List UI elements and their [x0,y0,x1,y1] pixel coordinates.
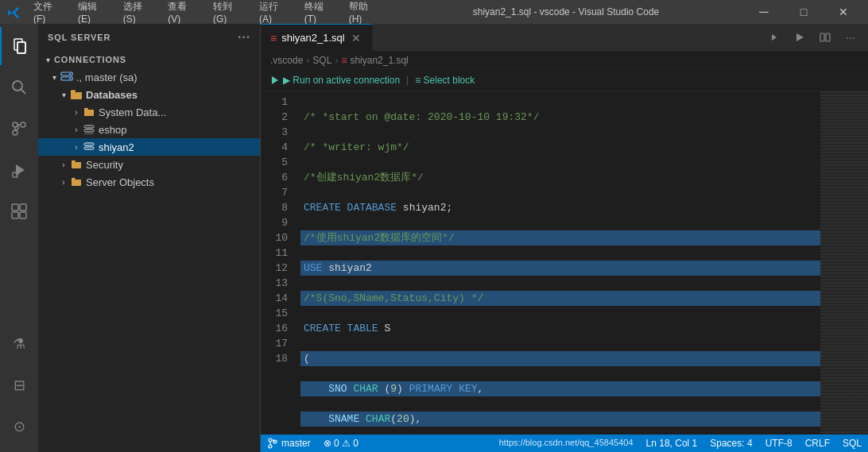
menu-goto[interactable]: 转到(G) [207,0,251,26]
sidebar-header: SQL SERVER ··· [38,24,260,51]
code-content[interactable]: /* *start on @date: 2020-10-10 19:32*/ /… [294,91,820,435]
activity-source-control[interactable] [0,110,38,148]
menu-bar: 文件(F) 编辑(E) 选择(S) 查看(V) 转到(G) 运行(A) 终端(T… [27,0,386,26]
activity-panel[interactable]: ⊟ [0,366,38,404]
activity-bar-bottom: ⚗ ⊟ ⊙ [0,325,38,452]
shiyan2-label: shiyan2 [99,141,134,153]
status-url: https://blog.csdn.net/qq_45845404 [499,438,634,449]
sidebar-more-button[interactable]: ··· [238,30,250,44]
shiyan2-arrow [70,141,83,153]
activity-test[interactable]: ⚗ [0,325,38,363]
activity-search[interactable] [0,68,38,106]
code-line-6: USE shiyan2 [300,261,820,276]
svg-point-6 [13,130,17,135]
tab-close-button[interactable]: ✕ [350,32,362,44]
activity-explorer[interactable] [0,27,38,65]
window-controls: ─ □ ✕ [746,0,862,24]
sidebar-item-connections[interactable]: CONNECTIONS [38,51,260,68]
vscode-icon [6,4,21,21]
breadcrumb-sep2: › [335,55,338,66]
svg-rect-22 [84,147,94,149]
activity-extensions[interactable] [0,192,38,230]
code-line-9: ( [300,351,820,366]
svg-marker-24 [796,33,804,41]
svg-point-5 [13,122,17,127]
svg-point-29 [269,445,272,448]
menu-view[interactable]: 查看(V) [161,0,205,26]
svg-rect-21 [84,143,94,145]
select-block-button[interactable]: ≡ Select block [415,75,475,86]
code-line-2: /* *writer: wjm*/ [300,140,820,155]
split-editor-button[interactable] [763,26,785,48]
sidebar-item-server[interactable]: ., master (sa) [38,68,260,86]
menu-select[interactable]: 选择(S) [117,0,161,26]
status-encoding: UTF-8 [765,438,792,449]
minimize-button[interactable]: ─ [746,0,782,24]
breadcrumb-part1[interactable]: .vscode [270,55,303,66]
svg-rect-25 [820,33,824,41]
eshop-label: eshop [99,124,126,136]
maximize-button[interactable]: □ [785,0,822,24]
editor-area: ≡ shiyan2_1.sql ✕ [261,24,868,452]
svg-rect-26 [826,33,830,41]
server-label: ., master (sa) [76,71,138,83]
server-objects-label: Server Objects [86,176,154,188]
close-button[interactable]: ✕ [825,0,862,24]
code-line-4: CREATE DATABASE shiyan2; [300,200,820,215]
system-db-label: System Data... [99,106,166,118]
menu-help[interactable]: 帮助(H) [343,0,386,26]
svg-point-16 [69,73,71,75]
menu-edit[interactable]: 编辑(E) [72,0,115,26]
menu-file[interactable]: 文件(F) [27,0,70,26]
more-actions-button[interactable]: ··· [839,26,862,48]
tab-shiyan2[interactable]: ≡ shiyan2_1.sql ✕ [261,24,373,52]
code-line-10: SNO CHAR (9) PRIMARY KEY, [300,381,820,396]
split-editor-right-button[interactable] [814,26,836,48]
tab-label: shiyan2_1.sql [281,32,345,44]
menu-terminal[interactable]: 终端(T) [298,0,341,26]
connections-label: CONNECTIONS [54,55,126,64]
minimap-content [820,91,868,435]
branch-label: master [281,438,311,449]
svg-rect-20 [84,133,94,134]
sidebar-item-server-objects[interactable]: Server Objects [38,173,260,191]
sidebar-item-shiyan2[interactable]: shiyan2 [38,138,260,156]
status-errors: ⊗ 0 ⚠ 0 [324,438,358,449]
status-spaces: Spaces: 4 [710,438,752,449]
tab-db-icon: ≡ [270,32,277,44]
breadcrumb-part2[interactable]: SQL [312,55,331,66]
code-line-7: /*S(Sno,SName,Status,City) */ [300,291,820,306]
shiyan2-db-icon [83,141,95,153]
svg-marker-23 [772,34,777,41]
run-label: ▶ Run on active connection [283,75,400,86]
connections-arrow [41,53,54,66]
sidebar-item-system-databases[interactable]: System Data... [38,103,260,121]
run-button[interactable] [789,26,811,48]
code-line-1: /* *start on @date: 2020-10-10 19:32*/ [300,110,820,125]
status-bar: master ⊗ 0 ⚠ 0 https://blog.csdn.net/qq_… [261,435,868,452]
activity-database[interactable]: ⊙ [0,408,38,446]
databases-label: Databases [86,89,138,101]
server-objects-folder-icon [70,176,83,188]
tabs-actions: ··· [763,26,868,48]
sidebar-item-security[interactable]: Security [38,156,260,173]
svg-point-28 [269,438,272,442]
sidebar-title: SQL SERVER [48,33,110,42]
system-db-icon [83,106,95,118]
run-on-connection-button[interactable]: ▶ Run on active connection [270,75,400,86]
svg-rect-19 [84,129,94,132]
code-editor: 1 2 3 4 5 6 7 8 9 10 11 12 13 14 15 16 1… [261,91,868,435]
run-bar: ▶ Run on active connection | ≡ Select bl… [261,69,868,91]
code-line-5: /*使用shiyan2数据库的空间*/ [300,230,820,245]
breadcrumb-db-icon: ≡ [341,55,347,66]
activity-run-debug[interactable] [0,151,38,189]
breadcrumb-part3[interactable]: shiyan2_1.sql [350,55,408,66]
security-folder-icon [70,158,83,171]
code-line-3: /*创建shiyan2数据库*/ [300,170,820,185]
sidebar-item-databases[interactable]: Databases [38,86,260,103]
svg-rect-10 [12,204,18,211]
menu-run[interactable]: 运行(A) [253,0,296,26]
tabs-bar: ≡ shiyan2_1.sql ✕ [261,24,868,52]
sidebar-item-eshop[interactable]: eshop [38,121,260,138]
status-branch: master [267,438,311,449]
